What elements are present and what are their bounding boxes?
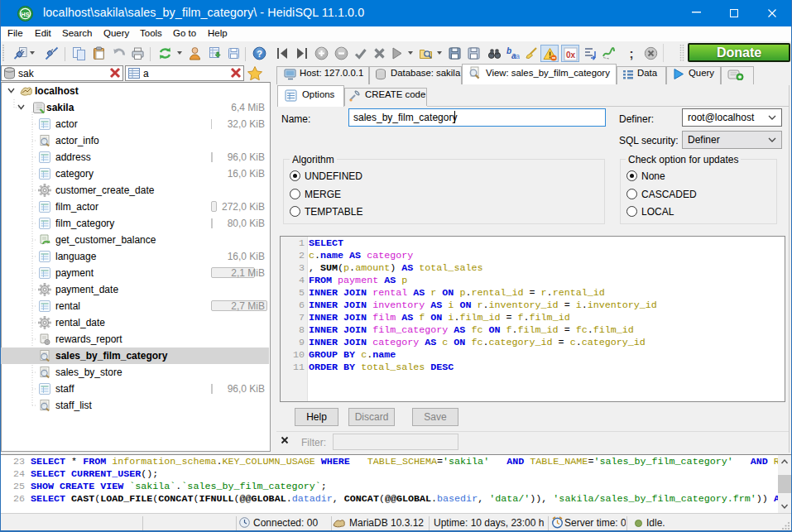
svg-text:HS: HS: [21, 11, 29, 18]
svg-text:;: ;: [630, 46, 634, 60]
svg-text:a: a: [516, 52, 520, 60]
svg-text:0x: 0x: [566, 50, 576, 60]
svg-text:?: ?: [257, 49, 262, 59]
